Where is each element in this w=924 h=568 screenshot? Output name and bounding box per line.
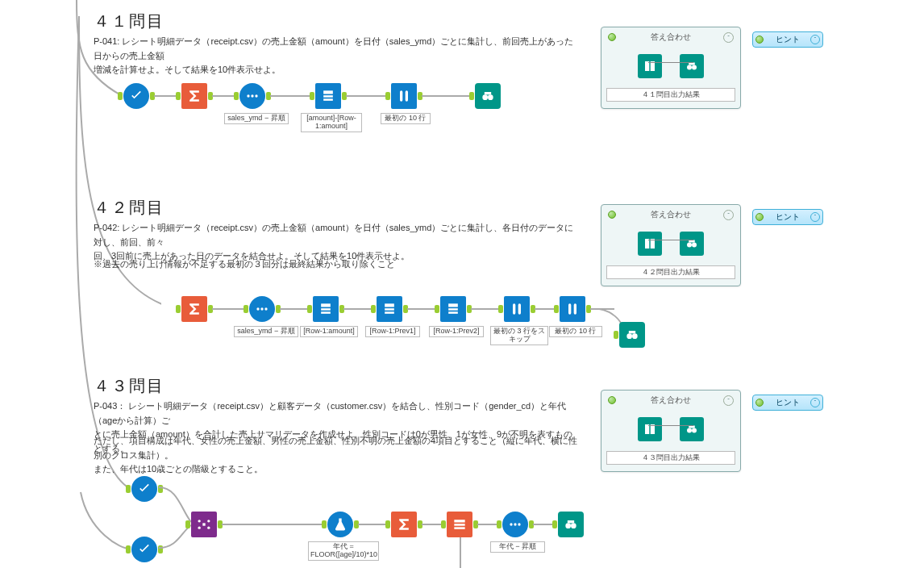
binoculars-icon [624, 327, 640, 343]
join-icon [196, 516, 212, 532]
collapse-icon[interactable]: ˆ [723, 210, 734, 220]
browse-mini-node[interactable] [680, 417, 704, 441]
svg-point-17 [260, 307, 263, 310]
workflow-canvas: ４１問目 P-041: レシート明細データ（receipt.csv）の売上金額（… [0, 0, 924, 568]
svg-point-14 [692, 65, 697, 70]
select-node[interactable] [131, 537, 157, 562]
multirow-node[interactable] [377, 296, 402, 322]
browse-mini-node[interactable] [680, 54, 704, 78]
svg-point-49 [514, 523, 516, 525]
input-mini-node[interactable] [638, 417, 662, 441]
svg-rect-44 [202, 523, 205, 525]
connector [346, 95, 390, 97]
svg-point-56 [687, 428, 692, 433]
select-node[interactable] [131, 476, 157, 502]
svg-point-8 [482, 94, 488, 100]
hint-button-43[interactable]: ヒント ˇ [752, 395, 823, 411]
hint-button-42[interactable]: ヒント ˇ [752, 209, 823, 225]
connector [422, 95, 474, 97]
panel-header: 答え合わせ ˆ [606, 209, 735, 220]
svg-rect-3 [323, 90, 333, 94]
summarize-node[interactable] [181, 83, 207, 109]
check-icon [128, 88, 144, 104]
crosstab-node[interactable] [447, 512, 472, 537]
formula-node[interactable] [327, 512, 353, 537]
panel-wire [648, 240, 693, 240]
heading-41: ４１問目 [94, 10, 164, 32]
binoculars-icon [563, 516, 579, 532]
browse-node[interactable] [475, 83, 501, 109]
desc-42-note: ※過去の売り上げ情報が不足する最初の３回分は最終結果から取り除くこと [94, 257, 577, 272]
browse-mini-node[interactable] [680, 232, 704, 256]
multirow-icon [381, 301, 397, 317]
svg-point-0 [247, 94, 249, 97]
sort-node[interactable] [502, 512, 528, 537]
panel-body [606, 412, 735, 446]
desc-42b: ※過去の売り上げ情報が不足する最初の３回分は最終結果から取り除くこと [94, 257, 577, 272]
svg-point-13 [687, 65, 692, 70]
hint-label: ヒント [776, 34, 800, 45]
panel-header: 答え合わせ ˆ [606, 395, 735, 406]
svg-point-1 [251, 94, 253, 97]
svg-point-40 [198, 520, 201, 522]
book-icon [643, 236, 657, 251]
sort-label: sales_ymd − 昇順 [234, 326, 298, 337]
svg-rect-23 [385, 308, 394, 311]
binoculars-icon [480, 88, 496, 104]
hint-button-41[interactable]: ヒント ˇ [752, 31, 823, 48]
check-icon [136, 481, 152, 497]
svg-rect-46 [454, 524, 464, 526]
svg-point-18 [264, 307, 267, 310]
connector [222, 524, 327, 525]
collapse-icon[interactable]: ˆ [723, 395, 734, 406]
svg-rect-45 [454, 520, 464, 522]
status-dot-icon [755, 213, 764, 221]
tubes-icon [564, 301, 581, 317]
heading-43: ４３問目 [94, 375, 164, 397]
svg-rect-19 [321, 303, 331, 307]
answer-panel-42[interactable]: 答え合わせ ˆ ４２問目出力結果 [601, 204, 741, 286]
desc-41-line1: P-041: レシート明細データ（receipt.csv）の売上金額（amoun… [94, 35, 577, 63]
multirow-label: [Row-1:amount] [300, 326, 358, 337]
svg-rect-10 [485, 92, 491, 94]
collapse-icon[interactable]: ˆ [723, 32, 734, 43]
svg-point-43 [207, 527, 210, 529]
svg-rect-6 [400, 90, 402, 101]
multirow-icon [320, 88, 336, 104]
select-node[interactable] [123, 83, 149, 109]
sample-node[interactable] [391, 83, 417, 109]
sort-node[interactable] [249, 296, 275, 322]
sample-node[interactable] [560, 296, 585, 322]
summarize-node[interactable] [181, 296, 207, 322]
svg-rect-53 [568, 520, 574, 523]
chevron-down-icon[interactable]: ˇ [810, 398, 820, 407]
sort-node[interactable] [239, 83, 265, 109]
summarize-node[interactable] [391, 512, 417, 537]
chevron-down-icon[interactable]: ˇ [810, 35, 820, 44]
answer-panel-41[interactable]: 答え合わせ ˆ ４１問目出力結果 [601, 27, 741, 109]
status-dot-icon [608, 396, 616, 404]
svg-point-16 [256, 307, 259, 310]
input-mini-node[interactable] [638, 54, 662, 78]
browse-node[interactable] [558, 512, 584, 537]
desc-41-line2: 増減を計算せよ。そして結果を10件表示せよ。 [94, 63, 577, 77]
browse-node[interactable] [619, 322, 645, 348]
multirow-node[interactable] [313, 296, 339, 322]
panel-header: 答え合わせ ˆ [606, 31, 735, 43]
multirow-node[interactable] [440, 296, 466, 322]
join-node[interactable] [191, 512, 217, 537]
hint-label: ヒント [776, 211, 800, 223]
panel-wire [648, 425, 693, 426]
svg-rect-7 [406, 90, 408, 101]
status-dot-icon [608, 211, 616, 219]
dots-icon [244, 88, 260, 104]
svg-rect-24 [385, 311, 394, 314]
multirow-node[interactable] [315, 83, 341, 109]
panel-title: 答え合わせ [651, 31, 691, 43]
input-mini-node[interactable] [638, 232, 662, 256]
sigma-icon [186, 88, 202, 104]
status-dot-icon [755, 399, 764, 407]
answer-panel-43[interactable]: 答え合わせ ˆ ４３問目出力結果 [601, 390, 741, 472]
chevron-down-icon[interactable]: ˇ [810, 212, 820, 222]
sample-node[interactable] [504, 296, 530, 322]
